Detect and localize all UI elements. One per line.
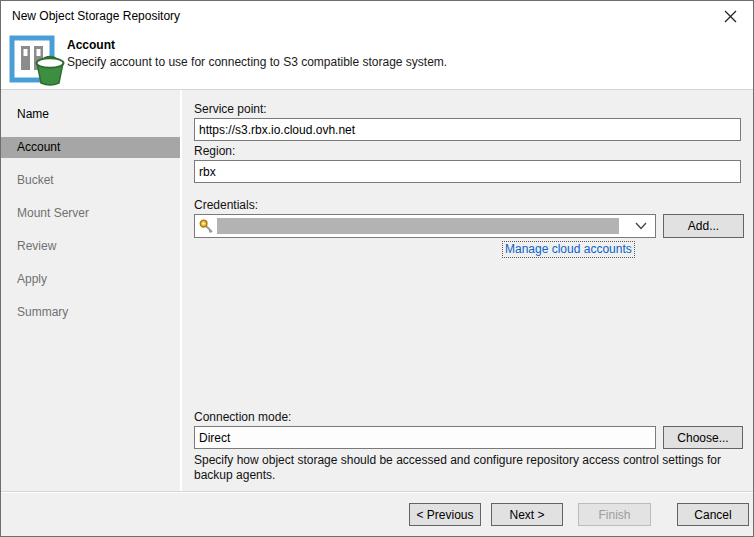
step-description: Specify account to use for connecting to… xyxy=(67,55,447,69)
window-title: New Object Storage Repository xyxy=(12,1,180,31)
sidebar-item-summary[interactable]: Summary xyxy=(1,302,180,323)
service-point-label: Service point: xyxy=(194,102,267,116)
sidebar-item-mount-server[interactable]: Mount Server xyxy=(1,203,180,224)
key-icon xyxy=(199,219,214,234)
sidebar-item-review[interactable]: Review xyxy=(1,236,180,257)
redacted-account-value xyxy=(217,218,619,234)
connection-mode-field xyxy=(194,426,656,449)
wizard-content: Service point: Region: Credentials: Add.… xyxy=(184,90,754,491)
close-button[interactable] xyxy=(713,1,747,31)
titlebar: New Object Storage Repository xyxy=(1,1,753,31)
close-icon xyxy=(724,10,737,23)
cancel-button[interactable]: Cancel xyxy=(677,503,749,526)
next-button[interactable]: Next > xyxy=(491,503,563,526)
step-title: Account xyxy=(67,38,115,52)
sidebar-item-bucket[interactable]: Bucket xyxy=(1,170,180,191)
credentials-combobox[interactable] xyxy=(194,214,656,238)
manage-cloud-accounts-link[interactable]: Manage cloud accounts xyxy=(502,241,635,258)
sidebar-item-apply[interactable]: Apply xyxy=(1,269,180,290)
connection-mode-help-text: Specify how object storage should be acc… xyxy=(194,453,734,483)
wizard-steps-sidebar: Name Account Bucket Mount Server Review … xyxy=(1,90,182,491)
wizard-window: New Object Storage Repository Account Sp… xyxy=(0,0,754,537)
sidebar-item-account[interactable]: Account xyxy=(1,137,180,158)
wizard-footer: < Previous Next > Finish Cancel xyxy=(1,491,753,536)
wizard-header: Account Specify account to use for conne… xyxy=(1,31,753,90)
service-point-input[interactable] xyxy=(194,118,741,141)
region-input[interactable] xyxy=(194,160,741,183)
credentials-label: Credentials: xyxy=(194,198,258,212)
add-button[interactable]: Add... xyxy=(663,214,744,238)
chevron-down-icon[interactable] xyxy=(635,222,647,230)
object-storage-repository-icon xyxy=(9,35,67,89)
choose-button[interactable]: Choose... xyxy=(663,426,743,449)
sidebar-item-name[interactable]: Name xyxy=(1,104,180,125)
previous-button[interactable]: < Previous xyxy=(409,503,481,526)
region-label: Region: xyxy=(194,144,235,158)
connection-mode-label: Connection mode: xyxy=(194,410,291,424)
finish-button[interactable]: Finish xyxy=(578,503,651,526)
